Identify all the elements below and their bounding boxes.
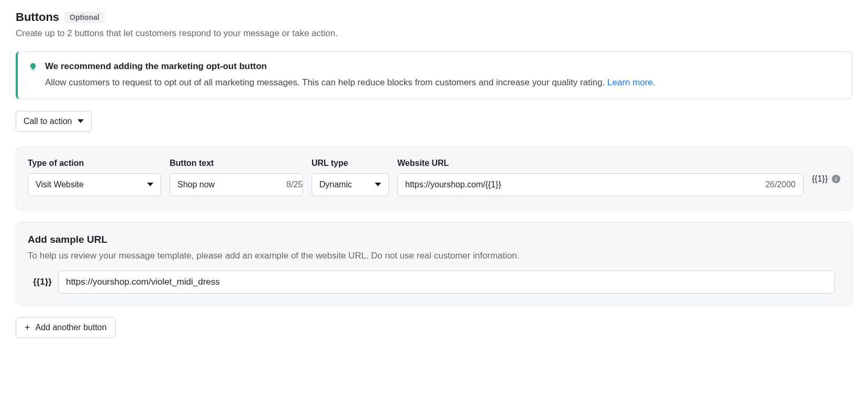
button-type-select[interactable]: Call to action xyxy=(16,111,92,132)
button-type-value: Call to action xyxy=(24,117,72,126)
type-of-action-value: Visit Website xyxy=(36,180,84,189)
section-header: Buttons Optional xyxy=(16,10,852,24)
type-of-action-select[interactable]: Visit Website xyxy=(28,173,161,196)
url-type-select[interactable]: Dynamic xyxy=(311,173,389,196)
sample-url-panel: Add sample URL To help us review your me… xyxy=(16,222,852,306)
recommendation-tip: We recommend adding the marketing opt-ou… xyxy=(16,51,852,99)
optional-badge: Optional xyxy=(64,12,105,23)
sample-url-description: To help us review your message template,… xyxy=(28,251,840,261)
website-url-label: Website URL xyxy=(397,159,804,168)
website-url-field[interactable]: 26/2000 xyxy=(397,173,804,196)
chevron-down-icon xyxy=(375,183,381,186)
tip-description-text: Allow customers to request to opt out of… xyxy=(45,77,607,87)
sample-url-input[interactable] xyxy=(58,271,835,294)
button-text-input[interactable] xyxy=(177,180,282,189)
learn-more-link[interactable]: Learn more. xyxy=(607,77,655,87)
lightbulb-icon xyxy=(28,61,38,89)
plus-icon: + xyxy=(25,323,30,332)
chevron-down-icon xyxy=(147,183,153,186)
url-type-value: Dynamic xyxy=(319,180,352,189)
button-text-label: Button text xyxy=(170,159,303,168)
tip-title: We recommend adding the marketing opt-ou… xyxy=(45,61,841,72)
tip-description: Allow customers to request to opt out of… xyxy=(45,76,841,89)
add-another-button-label: Add another button xyxy=(36,323,107,332)
section-description: Create up to 2 buttons that let customer… xyxy=(16,28,852,39)
type-of-action-label: Type of action xyxy=(28,159,161,168)
chevron-down-icon xyxy=(77,119,84,123)
url-type-label: URL type xyxy=(311,159,389,168)
website-url-input[interactable] xyxy=(405,180,761,189)
button-config-panel: Type of action Visit Website Button text… xyxy=(16,147,852,210)
section-title: Buttons xyxy=(16,10,59,24)
variable-chip: {{1}} xyxy=(812,174,828,184)
sample-variable-label: {{1}} xyxy=(33,277,52,287)
sample-url-title: Add sample URL xyxy=(28,234,840,245)
button-text-counter: 8/25 xyxy=(282,180,303,189)
add-another-button[interactable]: + Add another button xyxy=(16,317,116,338)
info-icon[interactable]: i xyxy=(832,175,840,183)
website-url-counter: 26/2000 xyxy=(761,180,796,189)
button-text-field[interactable]: 8/25 xyxy=(170,173,303,196)
